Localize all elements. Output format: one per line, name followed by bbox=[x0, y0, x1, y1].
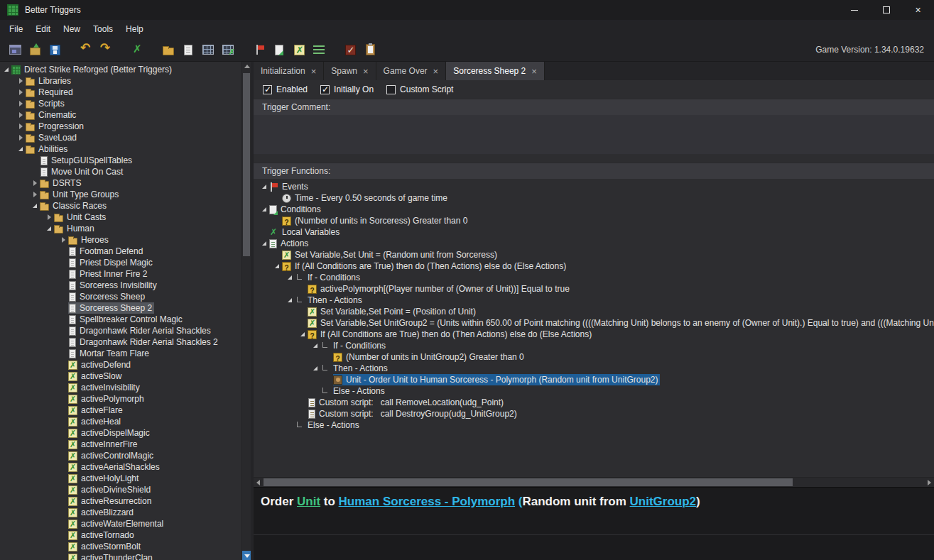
sidebar-tree-item[interactable]: activeDivineShield bbox=[0, 484, 241, 495]
syntax-check-icon[interactable] bbox=[341, 40, 359, 59]
sidebar-tree-item[interactable]: Classic Races bbox=[0, 200, 241, 212]
tab-close-icon[interactable]: × bbox=[311, 67, 317, 76]
open-map-icon[interactable] bbox=[6, 40, 24, 59]
expand-arrow-icon[interactable] bbox=[31, 189, 40, 200]
sidebar-tree-item[interactable]: Libraries bbox=[0, 75, 241, 87]
sidebar-tree-item[interactable]: activeAerialShackles bbox=[0, 461, 241, 473]
delete-icon[interactable] bbox=[128, 40, 146, 59]
export-icon[interactable] bbox=[26, 40, 44, 59]
expand-arrow-icon[interactable] bbox=[17, 121, 26, 132]
sidebar-tree-item[interactable]: activeBlizzard bbox=[0, 507, 241, 518]
trigger-function-item[interactable]: Custom script: call RemoveLocation(udg_P… bbox=[254, 397, 934, 408]
expand-arrow-icon[interactable] bbox=[45, 212, 54, 223]
undo-icon[interactable] bbox=[77, 40, 95, 59]
expand-arrow-icon[interactable] bbox=[17, 75, 26, 87]
menu-new[interactable]: New bbox=[57, 21, 87, 37]
sidebar-tree-item[interactable]: activeThunderClan bbox=[0, 552, 241, 560]
trigger-function-item[interactable]: If (All Conditions are True) then do (Th… bbox=[254, 260, 934, 272]
sidebar-tree-item[interactable]: activeHolyLight bbox=[0, 473, 241, 484]
menu-tools[interactable]: Tools bbox=[87, 21, 119, 37]
new-action-icon[interactable] bbox=[310, 40, 328, 59]
sidebar-scrollbar[interactable] bbox=[241, 62, 251, 560]
expand-arrow-icon[interactable] bbox=[17, 109, 26, 121]
trigger-comment-input[interactable] bbox=[254, 115, 934, 154]
sidebar-tree-item[interactable]: activeSlow bbox=[0, 370, 241, 382]
trigger-function-item[interactable]: Conditions bbox=[254, 204, 934, 215]
tab-close-icon[interactable]: × bbox=[363, 67, 369, 76]
trigger-function-item[interactable]: If - Conditions bbox=[254, 340, 934, 351]
tab-sorceress-sheep-2[interactable]: Sorceress Sheep 2× bbox=[446, 62, 545, 80]
sidebar-tree-item[interactable]: Dragonhawk Rider Aerial Shackles 2 bbox=[0, 336, 241, 348]
scroll-down-button[interactable] bbox=[242, 551, 251, 560]
new-category-icon[interactable] bbox=[159, 40, 178, 59]
new-trigger-icon[interactable] bbox=[179, 40, 197, 59]
sidebar-tree-item[interactable]: activeInvisibility bbox=[0, 382, 241, 393]
new-gui-trigger-icon[interactable] bbox=[199, 40, 217, 59]
sidebar-tree-item[interactable]: activeResurrection bbox=[0, 495, 241, 507]
checkbox-initially-on[interactable]: Initially On bbox=[320, 84, 374, 94]
tab-close-icon[interactable]: × bbox=[433, 67, 439, 76]
sidebar-tree-item[interactable]: activeInnerFire bbox=[0, 439, 241, 450]
sidebar-tree-item[interactable]: Spellbreaker Control Magic bbox=[0, 314, 241, 325]
new-condition-icon[interactable] bbox=[270, 40, 288, 59]
sidebar-tree-item[interactable]: activeHeal bbox=[0, 416, 241, 427]
sidebar-tree-item[interactable]: activeDefend bbox=[0, 359, 241, 370]
new-event-icon[interactable] bbox=[250, 40, 268, 59]
sidebar-tree-item[interactable]: SaveLoad bbox=[0, 132, 241, 143]
sidebar-tree-item[interactable]: activeControlMagic bbox=[0, 450, 241, 461]
collapse-arrow-icon[interactable] bbox=[17, 143, 26, 155]
collapse-arrow-icon[interactable] bbox=[3, 64, 11, 75]
sidebar-tree-item[interactable]: Unit Type Groups bbox=[0, 189, 241, 200]
trigger-function-item[interactable]: activePolymorph[(Player number of (Owner… bbox=[254, 283, 934, 295]
expand-arrow-icon[interactable] bbox=[31, 177, 40, 189]
sidebar-tree-item[interactable]: activeTornado bbox=[0, 529, 241, 541]
collapse-arrow-icon[interactable] bbox=[273, 260, 282, 272]
sidebar-tree-item[interactable]: activePolymorph bbox=[0, 393, 241, 405]
sidebar-tree-item[interactable]: Cinematic bbox=[0, 109, 241, 121]
tab-spawn[interactable]: Spawn× bbox=[324, 62, 376, 80]
trigger-function-item[interactable]: Set Variable,Set Unit = (Random unit fro… bbox=[254, 249, 934, 260]
scroll-up-button[interactable] bbox=[242, 62, 251, 71]
sidebar-tree-item[interactable]: Direct Strike Reforged (Better Triggers) bbox=[0, 64, 241, 75]
trigger-function-item[interactable]: (Number of units in UnitGroup2) Greater … bbox=[254, 351, 934, 363]
save-icon[interactable] bbox=[45, 40, 64, 59]
sidebar-tree-item[interactable]: DSRTS bbox=[0, 177, 241, 189]
minimize-button[interactable] bbox=[838, 0, 870, 20]
checkbox-enabled[interactable]: Enabled bbox=[263, 84, 308, 94]
collapse-arrow-icon[interactable] bbox=[286, 272, 295, 283]
trigger-function-item[interactable]: Else - Actions bbox=[254, 419, 934, 431]
tab-close-icon[interactable]: × bbox=[531, 67, 537, 76]
expand-arrow-icon[interactable] bbox=[17, 87, 26, 98]
trigger-function-item[interactable]: Set Variable,Set Point = (Position of Un… bbox=[254, 306, 934, 317]
sidebar-tree-item[interactable]: Priest Dispel Magic bbox=[0, 257, 241, 268]
sidebar-scrollbar-thumb[interactable] bbox=[243, 73, 250, 256]
tab-initialization[interactable]: Initialization× bbox=[254, 62, 324, 80]
trigger-function-item[interactable]: Then - Actions bbox=[254, 295, 934, 306]
sidebar-tree-item[interactable]: Priest Inner Fire 2 bbox=[0, 268, 241, 280]
checkbox-custom-script[interactable]: Custom Script bbox=[386, 84, 453, 94]
redo-icon[interactable] bbox=[97, 40, 115, 59]
menu-help[interactable]: Help bbox=[119, 21, 150, 37]
sidebar-tree-item[interactable]: Human bbox=[0, 223, 241, 234]
sidebar-tree-item[interactable]: Dragonhawk Rider Aerial Shackles bbox=[0, 325, 241, 336]
expand-arrow-icon[interactable] bbox=[60, 234, 68, 246]
sidebar-tree-item[interactable]: Heroes bbox=[0, 234, 241, 246]
horizontal-scrollbar-thumb[interactable] bbox=[264, 478, 793, 486]
collapse-arrow-icon[interactable] bbox=[312, 363, 320, 374]
trigger-function-item[interactable]: Events bbox=[254, 181, 934, 192]
checkbox-box[interactable] bbox=[386, 85, 396, 94]
trigger-function-item[interactable]: Unit - Order Unit to Human Sorceress - P… bbox=[254, 374, 934, 385]
sidebar-tree-item[interactable]: activeWaterElemental bbox=[0, 518, 241, 529]
sidebar-tree-item[interactable]: activeDispelMagic bbox=[0, 427, 241, 439]
sidebar-tree-item[interactable]: activeFlare bbox=[0, 405, 241, 416]
sidebar-tree-item[interactable]: Sorceress Invisibility bbox=[0, 280, 241, 291]
collapse-arrow-icon[interactable] bbox=[45, 223, 54, 234]
collapse-arrow-icon[interactable] bbox=[286, 295, 295, 306]
horizontal-scrollbar[interactable] bbox=[254, 477, 934, 487]
trigger-function-item[interactable]: Set Variable,Set UnitGroup2 = (Units wit… bbox=[254, 317, 934, 329]
trigger-function-item[interactable]: If - Conditions bbox=[254, 272, 934, 283]
sidebar-tree-item[interactable]: activeStormBolt bbox=[0, 541, 241, 552]
collapse-arrow-icon[interactable] bbox=[261, 238, 269, 249]
trigger-function-item[interactable]: Custom script: call DestroyGroup(udg_Uni… bbox=[254, 408, 934, 419]
sidebar-tree-item[interactable]: Abilities bbox=[0, 143, 241, 155]
